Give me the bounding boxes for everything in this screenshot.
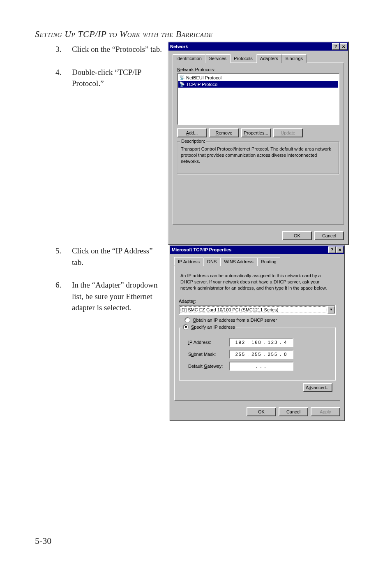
properties-button[interactable]: Properties... [241, 128, 271, 137]
default-gateway-input[interactable]: . . . [229, 362, 293, 371]
protocol-icon: 📡 [179, 75, 185, 81]
step-5: 5. Click on the “IP Address” tab. [55, 245, 162, 268]
step-number: 3. [55, 44, 72, 55]
tab-services[interactable]: Services [205, 54, 230, 63]
step-number: 6. [55, 279, 72, 313]
tab-identification[interactable]: Identification [173, 54, 205, 63]
list-item-label: NetBEUI Protocol [186, 75, 221, 80]
step-number: 4. [55, 67, 72, 89]
titlebar-text: Microsoft TCP/IP Properties [172, 247, 328, 252]
protocols-listbox[interactable]: 📡 NetBEUI Protocol 📡 TCP/IP Protocol [177, 73, 339, 125]
close-icon[interactable]: ✕ [340, 43, 347, 50]
radio-obtain-dhcp[interactable]: Obtain an IP address from a DHCP server [184, 317, 336, 323]
radio-icon [184, 317, 190, 323]
advanced-button[interactable]: Advanced... [303, 383, 332, 392]
radio-icon [183, 324, 189, 330]
step-text: Click on the “Protocols” tab. [72, 44, 162, 55]
apply-button: AApplypply [311, 407, 340, 416]
close-icon[interactable]: ✕ [336, 246, 344, 253]
subnet-mask-label: Subnet Mask: [188, 352, 229, 357]
step-text: Double-click “TCP/IP Protocol.” [72, 67, 162, 89]
cancel-button[interactable]: Cancel [279, 407, 308, 416]
tab-ip-address[interactable]: IP Address [174, 257, 203, 266]
titlebar[interactable]: Microsoft TCP/IP Properties ? ✕ [170, 246, 344, 254]
tab-dns[interactable]: DNS [203, 258, 220, 266]
default-gateway-label: Default Gateway: [188, 364, 229, 369]
tab-bindings[interactable]: Bindings [282, 54, 307, 63]
step-4: 4. Double-click “TCP/IP Protocol.” [55, 67, 162, 89]
tab-protocols[interactable]: Protocols [230, 54, 256, 63]
list-item[interactable]: 📡 NetBEUI Protocol [178, 74, 338, 81]
cancel-button[interactable]: Cancel [314, 231, 344, 240]
adapter-label: Adapter: [179, 299, 336, 304]
info-text: An IP address can be automatically assig… [179, 270, 336, 299]
step-number: 5. [55, 245, 72, 268]
ip-address-label: IP Address: [188, 340, 229, 345]
list-item[interactable]: 📡 TCP/IP Protocol [178, 81, 338, 88]
adapter-dropdown[interactable]: [1] SMC EZ Card 10/100 PCI (SMC1211 Seri… [179, 305, 336, 315]
description-text: Transport Control Protocol/Internet Prot… [181, 146, 336, 171]
add-button[interactable]: Add... [177, 128, 207, 137]
step-3: 3. Click on the “Protocols” tab. [55, 44, 162, 55]
radio-label: Specify an IP address [191, 325, 235, 330]
description-label: Description: [180, 139, 206, 144]
step-text: Click on the “IP Address” tab. [72, 245, 162, 268]
step-text: In the “Adapter” dropdown list, be sure … [72, 279, 162, 313]
protocol-icon: 📡 [179, 81, 185, 87]
ok-button[interactable]: OK [247, 407, 276, 416]
page-number: 5-30 [35, 536, 51, 546]
radio-label: Obtain an IP address from a DHCP server [193, 318, 277, 323]
help-icon[interactable]: ? [332, 43, 339, 50]
radio-specify-ip[interactable]: Specify an IP address [182, 324, 236, 330]
tcpip-properties-dialog: Microsoft TCP/IP Properties ? ✕ IP Addre… [169, 245, 345, 421]
chevron-down-icon[interactable]: ▼ [327, 306, 335, 313]
protocols-list-label: Network Protocols: [177, 67, 339, 72]
titlebar-text: Network [170, 44, 332, 49]
tab-wins[interactable]: WINS Address [220, 258, 257, 266]
network-dialog: Network ? ✕ Identification Services Prot… [168, 42, 349, 245]
remove-button[interactable]: Remove [209, 128, 239, 137]
ok-button[interactable]: OK [282, 231, 312, 240]
page-header: Setting Up TCP/IP to Work with the Barri… [0, 0, 392, 39]
list-item-label: TCP/IP Protocol [186, 82, 219, 87]
tab-routing[interactable]: Routing [257, 258, 280, 266]
titlebar[interactable]: Network ? ✕ [168, 42, 348, 51]
subnet-mask-input[interactable]: 255 . 255 . 255 . 0 [229, 350, 293, 359]
ip-address-input[interactable]: 192 . 168 . 123 . 4 [229, 338, 293, 347]
help-icon[interactable]: ? [328, 246, 336, 253]
tab-adapters[interactable]: Adapters [256, 54, 282, 63]
update-button: Update [273, 128, 303, 137]
step-6: 6. In the “Adapter” dropdown list, be su… [55, 279, 162, 313]
adapter-value: [1] SMC EZ Card 10/100 PCI (SMC1211 Seri… [180, 306, 327, 313]
